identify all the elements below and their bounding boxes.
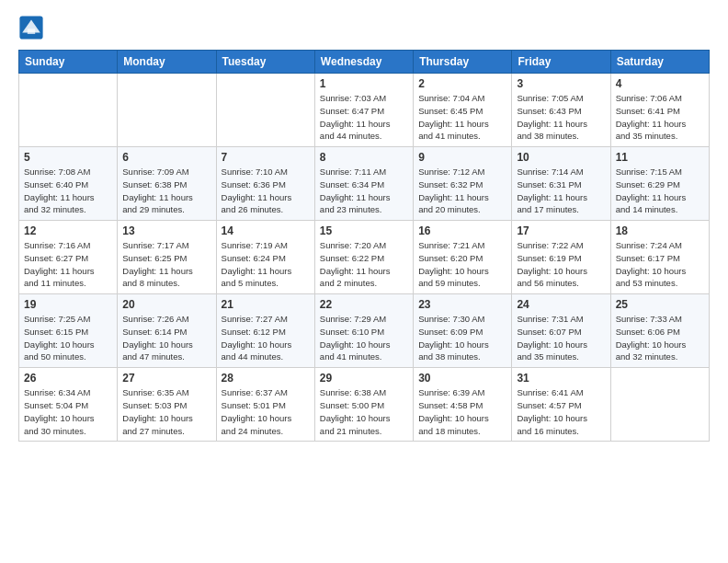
day-info: Sunrise: 7:04 AM Sunset: 6:45 PM Dayligh… (418, 92, 506, 143)
day-info: Sunrise: 7:27 AM Sunset: 6:12 PM Dayligh… (222, 313, 310, 363)
calendar-cell: 8Sunrise: 7:11 AM Sunset: 6:34 PM Daylig… (314, 147, 413, 221)
calendar-cell: 5Sunrise: 7:08 AM Sunset: 6:40 PM Daylig… (19, 147, 118, 221)
week-row-4: 19Sunrise: 7:25 AM Sunset: 6:15 PM Dayli… (19, 294, 710, 368)
calendar-cell: 25Sunrise: 7:33 AM Sunset: 6:06 PM Dayli… (610, 294, 709, 368)
day-number: 11 (616, 151, 704, 164)
day-info: Sunrise: 7:30 AM Sunset: 6:09 PM Dayligh… (418, 313, 506, 363)
calendar-cell: 14Sunrise: 7:19 AM Sunset: 6:24 PM Dayli… (216, 221, 314, 294)
calendar-cell: 22Sunrise: 7:29 AM Sunset: 6:10 PM Dayli… (314, 294, 413, 368)
page: SundayMondayTuesdayWednesdayThursdayFrid… (0, 0, 728, 563)
day-info: Sunrise: 7:24 AM Sunset: 6:17 PM Dayligh… (616, 239, 704, 290)
day-info: Sunrise: 6:35 AM Sunset: 5:03 PM Dayligh… (122, 386, 210, 437)
day-info: Sunrise: 7:15 AM Sunset: 6:29 PM Dayligh… (616, 166, 704, 216)
calendar-cell: 31Sunrise: 6:41 AM Sunset: 4:57 PM Dayli… (512, 368, 610, 442)
calendar-cell: 15Sunrise: 7:20 AM Sunset: 6:22 PM Dayli… (314, 221, 413, 294)
calendar-cell: 23Sunrise: 7:30 AM Sunset: 6:09 PM Dayli… (414, 294, 512, 368)
calendar-cell: 20Sunrise: 7:26 AM Sunset: 6:14 PM Dayli… (118, 294, 216, 368)
calendar-cell: 1Sunrise: 7:03 AM Sunset: 6:47 PM Daylig… (314, 74, 413, 147)
calendar-cell: 24Sunrise: 7:31 AM Sunset: 6:07 PM Dayli… (512, 294, 610, 368)
calendar-cell: 7Sunrise: 7:10 AM Sunset: 6:36 PM Daylig… (216, 147, 314, 221)
header (18, 15, 710, 40)
calendar-cell: 2Sunrise: 7:04 AM Sunset: 6:45 PM Daylig… (414, 74, 512, 147)
calendar-cell (118, 74, 216, 147)
day-number: 17 (517, 224, 605, 237)
day-number: 29 (320, 372, 408, 385)
day-info: Sunrise: 7:08 AM Sunset: 6:40 PM Dayligh… (24, 166, 112, 216)
day-number: 6 (122, 151, 210, 164)
day-info: Sunrise: 6:38 AM Sunset: 5:00 PM Dayligh… (320, 386, 408, 437)
day-info: Sunrise: 7:11 AM Sunset: 6:34 PM Dayligh… (320, 166, 408, 216)
weekday-header-thursday: Thursday (414, 51, 512, 74)
calendar-cell: 13Sunrise: 7:17 AM Sunset: 6:25 PM Dayli… (118, 221, 216, 294)
day-number: 30 (418, 372, 506, 385)
day-number: 5 (24, 151, 112, 164)
calendar-cell: 26Sunrise: 6:34 AM Sunset: 5:04 PM Dayli… (19, 368, 118, 442)
weekday-header-saturday: Saturday (610, 51, 709, 74)
day-number: 7 (222, 151, 310, 164)
weekday-header-wednesday: Wednesday (314, 51, 413, 74)
day-number: 4 (616, 77, 704, 90)
calendar-cell: 9Sunrise: 7:12 AM Sunset: 6:32 PM Daylig… (414, 147, 512, 221)
day-number: 19 (24, 298, 112, 311)
week-row-2: 5Sunrise: 7:08 AM Sunset: 6:40 PM Daylig… (19, 147, 710, 221)
weekday-header-row: SundayMondayTuesdayWednesdayThursdayFrid… (19, 51, 710, 74)
day-info: Sunrise: 7:17 AM Sunset: 6:25 PM Dayligh… (122, 239, 210, 290)
day-number: 20 (122, 298, 210, 311)
day-number: 21 (222, 298, 310, 311)
day-info: Sunrise: 7:06 AM Sunset: 6:41 PM Dayligh… (616, 92, 704, 143)
day-number: 18 (616, 224, 704, 237)
logo (18, 15, 46, 40)
calendar-cell: 28Sunrise: 6:37 AM Sunset: 5:01 PM Dayli… (216, 368, 314, 442)
day-number: 10 (517, 151, 605, 164)
day-info: Sunrise: 6:34 AM Sunset: 5:04 PM Dayligh… (24, 386, 112, 437)
day-number: 23 (418, 298, 506, 311)
day-info: Sunrise: 7:16 AM Sunset: 6:27 PM Dayligh… (24, 239, 112, 290)
weekday-header-friday: Friday (512, 51, 610, 74)
svg-rect-2 (28, 29, 35, 34)
day-info: Sunrise: 7:33 AM Sunset: 6:06 PM Dayligh… (616, 313, 704, 363)
day-info: Sunrise: 6:37 AM Sunset: 5:01 PM Dayligh… (222, 386, 310, 437)
day-info: Sunrise: 7:25 AM Sunset: 6:15 PM Dayligh… (24, 313, 112, 363)
calendar-cell: 4Sunrise: 7:06 AM Sunset: 6:41 PM Daylig… (610, 74, 709, 147)
day-number: 26 (24, 372, 112, 385)
day-info: Sunrise: 7:26 AM Sunset: 6:14 PM Dayligh… (122, 313, 210, 363)
calendar-cell: 19Sunrise: 7:25 AM Sunset: 6:15 PM Dayli… (19, 294, 118, 368)
calendar-cell: 6Sunrise: 7:09 AM Sunset: 6:38 PM Daylig… (118, 147, 216, 221)
day-number: 25 (616, 298, 704, 311)
weekday-header-tuesday: Tuesday (216, 51, 314, 74)
day-info: Sunrise: 7:19 AM Sunset: 6:24 PM Dayligh… (222, 239, 310, 290)
day-info: Sunrise: 7:03 AM Sunset: 6:47 PM Dayligh… (320, 92, 408, 143)
day-info: Sunrise: 6:41 AM Sunset: 4:57 PM Dayligh… (517, 386, 605, 437)
day-number: 12 (24, 224, 112, 237)
calendar-cell: 3Sunrise: 7:05 AM Sunset: 6:43 PM Daylig… (512, 74, 610, 147)
day-number: 28 (222, 372, 310, 385)
week-row-1: 1Sunrise: 7:03 AM Sunset: 6:47 PM Daylig… (19, 74, 710, 147)
calendar-cell (610, 368, 709, 442)
day-number: 27 (122, 372, 210, 385)
day-number: 9 (418, 151, 506, 164)
day-info: Sunrise: 7:22 AM Sunset: 6:19 PM Dayligh… (517, 239, 605, 290)
day-number: 14 (222, 224, 310, 237)
day-number: 8 (320, 151, 408, 164)
day-number: 2 (418, 77, 506, 90)
day-info: Sunrise: 7:10 AM Sunset: 6:36 PM Dayligh… (222, 166, 310, 216)
day-info: Sunrise: 7:09 AM Sunset: 6:38 PM Dayligh… (122, 166, 210, 216)
calendar-cell: 11Sunrise: 7:15 AM Sunset: 6:29 PM Dayli… (610, 147, 709, 221)
day-info: Sunrise: 7:20 AM Sunset: 6:22 PM Dayligh… (320, 239, 408, 290)
calendar-cell: 30Sunrise: 6:39 AM Sunset: 4:58 PM Dayli… (414, 368, 512, 442)
week-row-3: 12Sunrise: 7:16 AM Sunset: 6:27 PM Dayli… (19, 221, 710, 294)
calendar-cell: 12Sunrise: 7:16 AM Sunset: 6:27 PM Dayli… (19, 221, 118, 294)
day-number: 16 (418, 224, 506, 237)
calendar-cell: 21Sunrise: 7:27 AM Sunset: 6:12 PM Dayli… (216, 294, 314, 368)
calendar-table: SundayMondayTuesdayWednesdayThursdayFrid… (18, 50, 710, 442)
calendar-cell: 18Sunrise: 7:24 AM Sunset: 6:17 PM Dayli… (610, 221, 709, 294)
day-number: 3 (517, 77, 605, 90)
day-number: 13 (122, 224, 210, 237)
day-info: Sunrise: 7:14 AM Sunset: 6:31 PM Dayligh… (517, 166, 605, 216)
calendar-cell: 27Sunrise: 6:35 AM Sunset: 5:03 PM Dayli… (118, 368, 216, 442)
day-number: 1 (320, 77, 408, 90)
calendar-cell: 17Sunrise: 7:22 AM Sunset: 6:19 PM Dayli… (512, 221, 610, 294)
day-number: 22 (320, 298, 408, 311)
day-number: 24 (517, 298, 605, 311)
day-info: Sunrise: 7:05 AM Sunset: 6:43 PM Dayligh… (517, 92, 605, 143)
